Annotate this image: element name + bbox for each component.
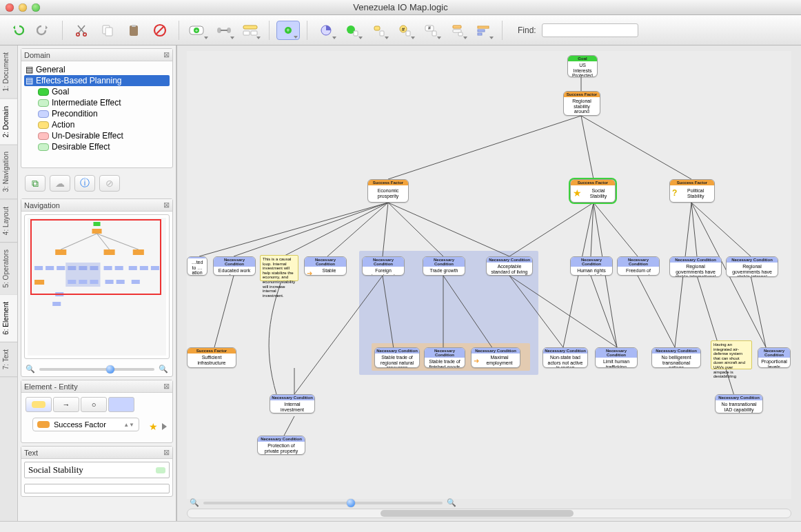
node-nc-standard-of-living[interactable]: Necessary Condition Acceptable standard …: [486, 256, 533, 276]
node-nc-property-rights[interactable]: Necessary Condition Protection of privat…: [257, 436, 305, 455]
domain-item-general[interactable]: ▤ General: [24, 64, 170, 75]
expand-button[interactable]: [472, 21, 495, 40]
favorite-star-icon[interactable]: ★: [149, 421, 158, 432]
group-button[interactable]: [239, 21, 262, 40]
svg-rect-15: [251, 31, 257, 35]
paste-button[interactable]: [122, 21, 145, 40]
domain-item-goal[interactable]: Goal: [37, 86, 170, 97]
zoom-in-icon[interactable]: 🔍: [159, 365, 168, 374]
add-entity-button[interactable]: +: [186, 21, 210, 40]
nav-minimap[interactable]: [24, 214, 170, 359]
element-panel-close-icon[interactable]: ⊠: [163, 382, 170, 391]
vtab-operators[interactable]: 5: Operators: [0, 243, 17, 296]
node-sf-root[interactable]: Success Factor Regional stability around…: [563, 91, 600, 116]
note-causal-loop[interactable]: This is a causal loop. Internal investme…: [260, 255, 298, 281]
node-nc-rgir[interactable]: Necessary Condition Regional governments…: [669, 256, 722, 277]
node-nc-education[interactable]: Necessary Condition Educated work force: [213, 256, 256, 276]
element-type-label: Success Factor: [54, 420, 106, 429]
status-bar: [0, 521, 801, 532]
domain-item-action[interactable]: Action: [37, 119, 170, 130]
domain-link-button[interactable]: ☁: [50, 175, 70, 192]
canvas-zoom-slider[interactable]: [203, 502, 443, 504]
copy-button[interactable]: [96, 21, 119, 40]
delete-button[interactable]: [148, 21, 172, 40]
node-nc-non-state[interactable]: Necessary Condition Non-state bad actors…: [543, 347, 588, 368]
element-tab-circle[interactable]: ○: [81, 397, 107, 412]
node-nc-no-belligerent[interactable]: Necessary Condition No belligerent trans…: [651, 347, 701, 368]
note-iad[interactable]: Having an integrated air-defense system …: [711, 340, 752, 369]
element-tab-row: → ○: [21, 393, 172, 416]
text-panel-close-icon[interactable]: ⊠: [163, 448, 170, 457]
domain-item-intermediate-effect[interactable]: Intermediate Effect: [37, 97, 170, 108]
canvas-zoom-in-icon[interactable]: 🔍: [447, 498, 456, 507]
annotation-badge-button[interactable]: #: [419, 21, 443, 40]
add-note-button[interactable]: +: [276, 21, 300, 40]
diagram-canvas[interactable]: Goal US Interests Protected (Economic, P…: [187, 51, 791, 499]
nav-panel-close-icon[interactable]: ⊠: [163, 201, 170, 209]
node-nc-rgis[interactable]: Necessary Condition Regional governments…: [726, 256, 778, 277]
close-window-button[interactable]: [6, 3, 14, 12]
undo-button[interactable]: [6, 21, 29, 40]
element-tab-edge[interactable]: →: [53, 397, 79, 412]
node-sf-political[interactable]: Success Factor ?Political Stability: [669, 179, 715, 203]
find-label: Find:: [518, 25, 536, 35]
domain-item-undesirable[interactable]: Un-Desirable Effect: [37, 130, 170, 141]
vtab-layout[interactable]: 4: Layout: [0, 200, 17, 243]
node-nc-internal-investment[interactable]: Necessary Condition Internal investment: [270, 394, 315, 413]
zoom-window-button[interactable]: [32, 3, 40, 12]
vtab-navigation[interactable]: 3: Navigation: [0, 145, 17, 199]
node-nc-stable-currency[interactable]: Necessary Condition ➜Stable currency: [304, 256, 347, 276]
domain-tree[interactable]: ▤ General ▤ Effects-Based Planning Goal …: [21, 61, 172, 152]
domain-item-desirable[interactable]: Desirable Effect: [37, 141, 170, 152]
annotation-diamond-button[interactable]: #: [393, 21, 416, 40]
node-sf-econ[interactable]: Success Factor Economic prosperity: [367, 179, 409, 203]
node-nc-proportional[interactable]: Necessary Condition Proportional levels: [758, 347, 791, 368]
domain-disable-button[interactable]: ⊘: [99, 175, 120, 192]
node-nc-edge[interactable]: …ted to …ation: [187, 256, 207, 276]
annotation-pie-button[interactable]: [314, 21, 338, 40]
window-title: Venezuela IO Map.logic: [0, 2, 801, 12]
domain-item-ebp[interactable]: ▤ Effects-Based Planning: [24, 75, 170, 86]
text-secondary-field[interactable]: [24, 484, 170, 493]
node-nc-foreign-investment[interactable]: Necessary Condition Foreign investment: [362, 256, 405, 276]
canvas-horizontal-scrollbar[interactable]: [187, 509, 791, 518]
node-nc-trade-growth[interactable]: Necessary Condition Trade growth: [423, 256, 465, 276]
node-nc-iad-capability[interactable]: Necessary Condition No transnational IAD…: [715, 394, 763, 413]
text-field-color-icon[interactable]: [156, 467, 165, 473]
node-nc-human-trafficking[interactable]: Necessary Condition Limit human traffick…: [595, 347, 638, 368]
collapse-button[interactable]: [445, 21, 469, 40]
minimize-window-button[interactable]: [19, 3, 27, 12]
domain-add-button[interactable]: ⧉: [25, 175, 45, 192]
canvas-zoom-out-icon[interactable]: 🔍: [190, 498, 199, 507]
vtab-text[interactable]: 7: Text: [0, 342, 17, 377]
text-edit-field[interactable]: Social Stability: [24, 462, 170, 478]
annotation-star-button[interactable]: [341, 21, 364, 40]
annotation-flag-button[interactable]: [367, 21, 390, 40]
domain-panel-close-icon[interactable]: ⊠: [163, 50, 170, 59]
domain-panel-toolbar: ⧉ ☁ ⓘ ⊘: [21, 171, 173, 196]
node-nc-max-employment[interactable]: Necessary Condition ➜Maximal employment: [471, 347, 520, 368]
element-type-dropdown[interactable]: Success Factor ▲▼: [32, 418, 139, 431]
element-tab-note[interactable]: [108, 397, 134, 412]
cut-button[interactable]: [70, 21, 93, 40]
link-button[interactable]: [212, 21, 236, 40]
vtab-domain[interactable]: 2: Domain: [0, 99, 17, 145]
node-goal[interactable]: Goal US Interests Protected (Economic, P…: [567, 55, 598, 77]
find-input[interactable]: [542, 23, 638, 37]
redo-button[interactable]: [32, 21, 55, 40]
element-tab-entity[interactable]: [26, 397, 52, 412]
node-nc-stfg[interactable]: Necessary Condition Stable trade of fini…: [424, 347, 465, 368]
zoom-out-icon[interactable]: 🔍: [26, 365, 35, 374]
node-sf-social[interactable]: Success Factor ★Social Stability: [570, 179, 616, 203]
vtab-element[interactable]: 6: Element: [0, 295, 17, 342]
vtab-document[interactable]: 1: Document: [0, 45, 17, 99]
node-nc-freedom-movement[interactable]: Necessary Condition Freedom of movement: [617, 256, 660, 276]
node-nc-str[interactable]: Necessary Condition Stable trade of regi…: [374, 347, 420, 368]
scroll-thumb[interactable]: [381, 510, 574, 517]
node-nc-human-rights[interactable]: Necessary Condition Human rights protect…: [570, 256, 613, 276]
domain-info-button[interactable]: ⓘ: [74, 175, 95, 192]
domain-item-precondition[interactable]: Precondition: [37, 108, 170, 119]
element-next-icon[interactable]: [162, 423, 167, 430]
node-sf-infra[interactable]: Success Factor Sufficient infrastructure: [187, 347, 236, 368]
nav-zoom-slider[interactable]: [39, 368, 154, 371]
